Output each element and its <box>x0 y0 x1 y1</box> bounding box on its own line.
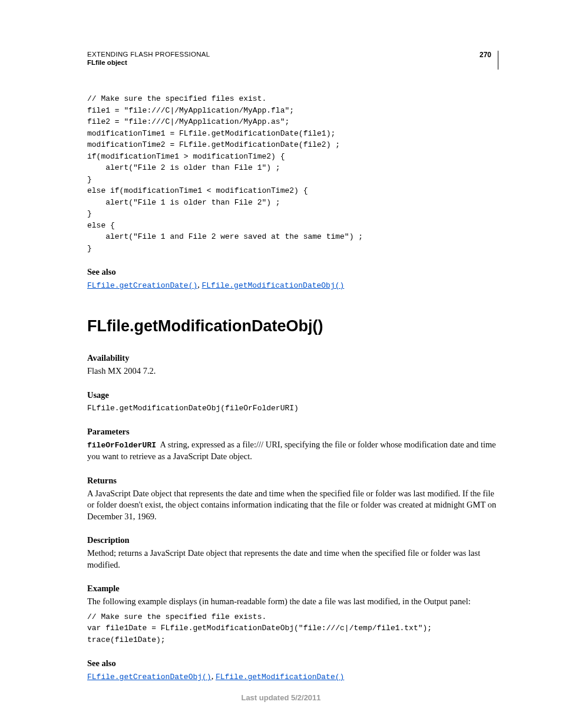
link-getcreationdateobj[interactable]: FLfile.getCreationDateObj() <box>87 673 211 681</box>
link-getmodificationdate[interactable]: FLfile.getModificationDate() <box>216 673 344 681</box>
example-intro: The following example displays (in human… <box>87 596 498 608</box>
description-heading: Description <box>87 535 498 545</box>
description-text: Method; returns a JavaScript Date object… <box>87 548 498 571</box>
section-subtitle: FLfile object <box>87 59 498 66</box>
param-name: fileOrFolderURI <box>87 441 156 450</box>
code-example-1: // Make sure the specified files exist. … <box>87 93 498 254</box>
usage-code: FLfile.getModificationDateObj(fileOrFold… <box>87 403 498 414</box>
page-number: 270 <box>480 51 491 59</box>
page-container: 270 EXTENDING FLASH PROFESSIONAL FLfile … <box>0 0 562 728</box>
link-getcreationdate[interactable]: FLfile.getCreationDate() <box>87 281 197 290</box>
doc-title: EXTENDING FLASH PROFESSIONAL <box>87 51 498 58</box>
header-divider <box>498 51 498 70</box>
returns-heading: Returns <box>87 476 498 486</box>
returns-text: A JavaScript Date object that represents… <box>87 488 498 523</box>
api-method-title: FLfile.getModificationDateObj() <box>87 317 498 335</box>
code-example-2: // Make sure the specified file exists. … <box>87 611 498 646</box>
parameters-text: fileOrFolderURI A string, expressed as a… <box>87 439 498 463</box>
availability-heading: Availability <box>87 353 498 363</box>
see-also-heading-1: See also <box>87 267 498 277</box>
see-also-links-2: FLfile.getCreationDateObj(), FLfile.getM… <box>87 671 498 681</box>
footer-last-updated: Last updated 5/2/2011 <box>0 693 562 702</box>
parameters-heading: Parameters <box>87 427 498 437</box>
see-also-links-1: FLfile.getCreationDate(), FLfile.getModi… <box>87 279 498 290</box>
see-also-heading-2: See also <box>87 658 498 668</box>
link-getmodificationdateobj[interactable]: FLfile.getModificationDateObj() <box>201 281 344 290</box>
availability-text: Flash MX 2004 7.2. <box>87 365 498 377</box>
separator: , <box>211 671 216 681</box>
example-heading: Example <box>87 584 498 594</box>
usage-heading: Usage <box>87 390 498 400</box>
